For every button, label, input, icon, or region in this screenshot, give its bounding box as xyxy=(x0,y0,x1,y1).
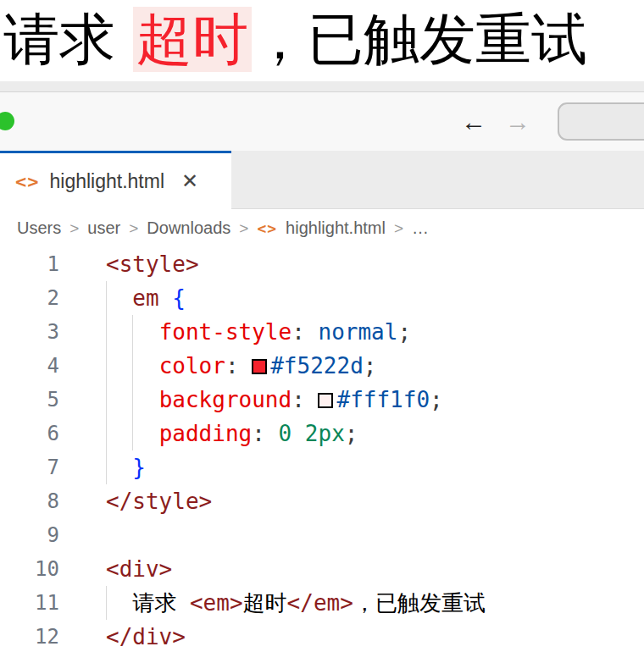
breadcrumb-item-users[interactable]: Users xyxy=(17,218,61,238)
line-number: 11 xyxy=(0,586,59,620)
token-plain xyxy=(159,285,173,311)
breadcrumb-item-user[interactable]: user xyxy=(87,218,120,238)
forward-arrow-icon[interactable]: → xyxy=(505,108,530,136)
token-punct: ; xyxy=(430,387,443,412)
indent-guide xyxy=(106,586,107,620)
token-prop: padding xyxy=(159,421,253,446)
token-punct: : xyxy=(291,319,318,345)
code-line[interactable]: 7 } xyxy=(0,450,644,484)
color-swatch[interactable] xyxy=(252,359,267,374)
token-punct: : xyxy=(291,387,318,412)
code-line[interactable]: 4 color: #f5222d; xyxy=(0,349,644,383)
token-text: 超时 xyxy=(243,590,287,616)
token-punct: : xyxy=(225,353,252,378)
code-text: <style> xyxy=(106,247,644,281)
code-text: </style> xyxy=(106,484,644,518)
code-text: 请求 <em>超时</em>，已触发重试 xyxy=(106,586,644,620)
line-number: 12 xyxy=(0,620,59,652)
back-arrow-icon[interactable]: ← xyxy=(461,108,486,136)
code-line[interactable]: 3 font-style: normal; xyxy=(0,315,644,349)
line-number: 6 xyxy=(0,417,59,450)
token-tag: <style> xyxy=(106,251,199,277)
line-number: 8 xyxy=(0,484,59,518)
code-line[interactable]: 10<div> xyxy=(0,552,644,586)
token-plain xyxy=(291,421,305,446)
breadcrumb: Users > user > Downloads > <> highlight.… xyxy=(0,209,644,247)
color-swatch[interactable] xyxy=(318,393,333,408)
tab-bar-empty-space xyxy=(231,151,644,209)
code-line[interactable]: 9 xyxy=(0,518,644,552)
code-text: color: #f5222d; xyxy=(106,349,644,383)
titlebar: ← → xyxy=(0,92,644,151)
token-text: ，已触发重试 xyxy=(353,590,486,616)
token-prop: background xyxy=(159,387,292,412)
indent-guide xyxy=(132,417,133,450)
history-nav: ← → xyxy=(461,92,530,151)
token-val: #f5222d xyxy=(270,353,364,378)
preview-highlighted-text: 超时 xyxy=(133,7,252,72)
token-tag: <div> xyxy=(106,556,172,582)
token-tag: em xyxy=(132,285,158,311)
token-plain xyxy=(106,285,132,311)
tab-label: highlight.html xyxy=(50,170,165,193)
tab-highlight-html[interactable]: <> highlight.html ✕ xyxy=(0,151,231,209)
html-file-icon: <> xyxy=(15,171,40,192)
chevron-right-icon: > xyxy=(394,219,403,238)
traffic-light-green-button[interactable] xyxy=(0,112,14,130)
line-number: 10 xyxy=(0,552,59,586)
indent-guide xyxy=(106,383,107,417)
code-text: <div> xyxy=(106,552,644,586)
token-brace: } xyxy=(132,455,146,480)
indent-guide xyxy=(106,349,107,383)
code-text: font-style: normal; xyxy=(106,315,644,349)
token-tag: </em> xyxy=(287,590,353,616)
command-center-search-box[interactable] xyxy=(558,102,644,141)
rendered-preview: 请求 超时，已触发重试 xyxy=(0,0,644,81)
token-val: normal xyxy=(318,319,397,345)
indent-guide xyxy=(132,349,133,383)
preview-text-before: 请求 xyxy=(3,7,133,72)
token-brace: { xyxy=(172,285,186,311)
token-prop: font-style xyxy=(159,319,292,345)
preview-text-after: ，已触发重试 xyxy=(252,7,587,72)
code-line[interactable]: 6 padding: 0 2px; xyxy=(0,417,644,450)
line-number: 9 xyxy=(0,518,59,552)
code-text: } xyxy=(106,450,644,484)
token-val: #fff1f0 xyxy=(336,387,430,412)
token-prop: color xyxy=(159,353,225,378)
indent-guide xyxy=(132,315,133,349)
tab-close-icon[interactable]: ✕ xyxy=(181,169,198,193)
breadcrumb-item-file[interactable]: highlight.html xyxy=(286,218,386,238)
breadcrumb-ellipsis[interactable]: … xyxy=(412,218,429,238)
chevron-right-icon: > xyxy=(239,219,248,238)
line-number: 3 xyxy=(0,315,59,349)
token-punct: ; xyxy=(345,421,358,446)
token-punct: : xyxy=(252,421,278,446)
code-line[interactable]: 1<style> xyxy=(0,247,644,281)
token-plain xyxy=(106,590,132,616)
chevron-right-icon: > xyxy=(129,219,138,238)
breadcrumb-item-downloads[interactable]: Downloads xyxy=(147,218,230,238)
indent-guide xyxy=(106,450,107,484)
indent-guide xyxy=(106,417,107,450)
window-edge-band xyxy=(0,81,644,92)
token-tag: </div> xyxy=(106,624,186,649)
code-line[interactable]: 11 请求 <em>超时</em>，已触发重试 xyxy=(0,586,644,620)
code-line[interactable]: 8</style> xyxy=(0,484,644,518)
line-number: 4 xyxy=(0,349,59,383)
code-line[interactable]: 5 background: #fff1f0; xyxy=(0,383,644,417)
html-file-icon: <> xyxy=(257,219,277,237)
code-line[interactable]: 2 em { xyxy=(0,281,644,315)
code-editor[interactable]: 1<style>2 em {3 font-style: normal;4 col… xyxy=(0,247,644,652)
token-punct: ; xyxy=(397,319,411,345)
line-number: 7 xyxy=(0,450,59,484)
code-text: background: #fff1f0; xyxy=(106,383,644,417)
token-punct: ; xyxy=(364,353,377,378)
indent-guide xyxy=(132,383,133,417)
token-tag: </style> xyxy=(106,489,212,514)
code-line[interactable]: 12</div> xyxy=(0,620,644,652)
code-text: em { xyxy=(106,281,644,315)
indent-guide xyxy=(106,315,107,349)
indent-guide xyxy=(106,281,107,315)
chevron-right-icon: > xyxy=(69,219,79,238)
